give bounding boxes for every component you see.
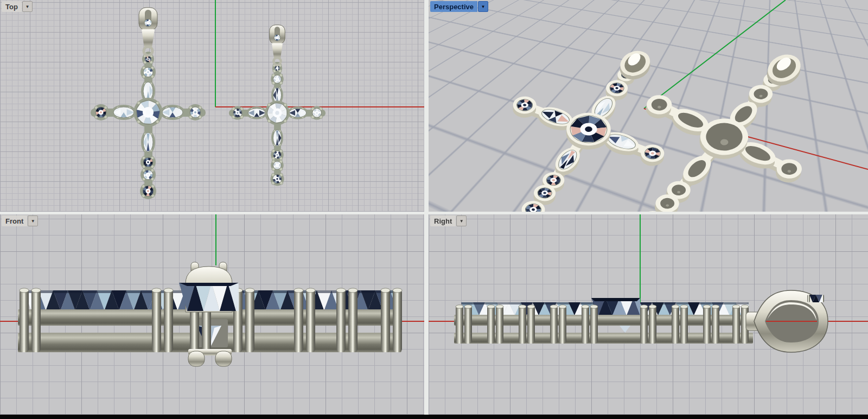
viewport-title-top[interactable]: Top ▼ xyxy=(2,1,33,12)
viewport-dropdown-button[interactable]: ▼ xyxy=(28,215,38,226)
viewport-title-perspective[interactable]: Perspective ▼ xyxy=(430,1,488,12)
viewport-dropdown-button[interactable]: ▼ xyxy=(456,215,467,226)
viewport-title-label: Perspective xyxy=(430,1,477,12)
chevron-down-icon: ▼ xyxy=(25,4,29,9)
viewport-title-label: Top xyxy=(2,1,22,12)
viewport-front[interactable]: Front ▼ xyxy=(0,214,424,415)
viewport-right[interactable]: Right ▼ xyxy=(429,214,868,415)
cad-application-window: Top ▼ Perspective ▼ xyxy=(0,0,868,419)
viewport-dropdown-button[interactable]: ▼ xyxy=(22,1,33,12)
viewport-top[interactable]: Top ▼ xyxy=(0,0,424,212)
viewport-title-front[interactable]: Front ▼ xyxy=(2,215,38,226)
viewport-perspective[interactable]: Perspective ▼ xyxy=(429,0,868,212)
viewport-title-label: Right xyxy=(430,215,456,226)
pendant-top-view-2[interactable] xyxy=(229,25,326,186)
window-bottom-edge xyxy=(0,415,868,419)
pendant-front-view[interactable] xyxy=(18,262,402,366)
chevron-down-icon: ▼ xyxy=(459,219,464,224)
pendant-right-view[interactable] xyxy=(454,290,828,352)
viewport-title-right[interactable]: Right ▼ xyxy=(430,215,467,226)
chevron-down-icon: ▼ xyxy=(31,219,35,224)
chevron-down-icon: ▼ xyxy=(481,4,486,9)
viewport-dropdown-button[interactable]: ▼ xyxy=(478,1,488,12)
pendant-with-stones-top-view[interactable] xyxy=(91,8,206,199)
viewport-title-label: Front xyxy=(2,215,27,226)
pendant-mount-only-3d[interactable] xyxy=(567,20,868,212)
top-axes xyxy=(215,0,424,107)
